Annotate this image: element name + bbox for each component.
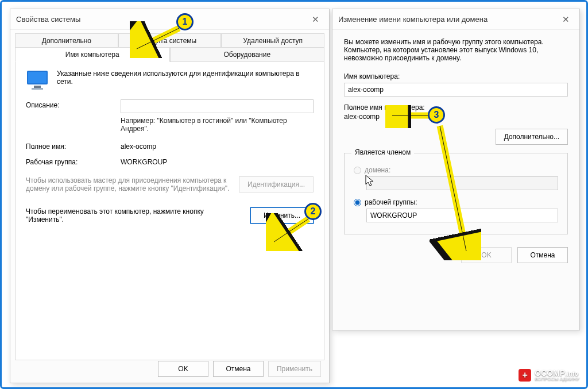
description-input[interactable] <box>121 99 314 113</box>
rename-text: Чтобы переименовать этот компьютер, нажм… <box>26 207 243 224</box>
tab-body: Указанные ниже сведения используются для… <box>15 61 324 360</box>
member-of-group: Является членом домена: рабочей группы: <box>344 153 568 234</box>
wizard-text: Чтобы использовать мастер для присоедине… <box>26 176 232 192</box>
tab-hardware[interactable]: Оборудование <box>170 47 325 62</box>
watermark-sub: ВОПРОСЫ АДМИНУ <box>535 377 579 382</box>
tab-advanced[interactable]: Дополнительно <box>15 33 118 48</box>
domain-radio <box>354 167 361 174</box>
domain-input <box>366 176 558 190</box>
description-label: Описание: <box>26 99 115 113</box>
tabs: Дополнительно Защита системы Удаленный д… <box>10 30 329 360</box>
workgroup-radio[interactable] <box>354 199 361 206</box>
dlg2-intro: Вы можете изменить имя и рабочую группу … <box>344 38 568 62</box>
intro-text: Указанные ниже сведения используются для… <box>57 70 314 86</box>
workgroup-input[interactable] <box>366 209 558 222</box>
svg-rect-1 <box>28 72 47 83</box>
identify-button: Идентификация... <box>239 176 314 192</box>
ok-button[interactable]: OK <box>158 361 208 377</box>
computer-name-input[interactable] <box>344 83 568 97</box>
monitor-icon <box>26 70 49 91</box>
dlg1-buttons: OK Отмена Применить <box>158 361 321 377</box>
fullname-label: Полное имя: <box>26 141 115 151</box>
cancel-button[interactable]: Отмена <box>517 247 568 263</box>
tab-protection[interactable]: Защита системы <box>118 33 222 48</box>
plus-icon: + <box>519 369 531 382</box>
tab-computer-name[interactable]: Имя компьютера <box>15 47 170 62</box>
svg-rect-2 <box>34 86 41 88</box>
watermark: + OCOMP.info ВОПРОСЫ АДМИНУ <box>519 369 579 382</box>
ok-button: OK <box>461 247 512 263</box>
fullname-label: Полное имя компьютера: <box>344 103 568 111</box>
svg-rect-3 <box>32 88 43 90</box>
tab-remote[interactable]: Удаленный доступ <box>221 33 324 48</box>
cancel-button[interactable]: Отмена <box>213 361 264 377</box>
description-example: Например: "Компьютер в гостиной" или "Ко… <box>121 117 314 133</box>
computer-name-label: Имя компьютера: <box>344 72 568 80</box>
member-of-label: Является членом <box>351 148 414 156</box>
change-name-dialog: Изменение имени компьютера или домена ✕ … <box>332 9 580 330</box>
dlg2-title: Изменение имени компьютера или домена <box>338 15 558 24</box>
workgroup-radio-label: рабочей группы: <box>365 198 417 206</box>
dlg1-title: Свойства системы <box>16 15 307 24</box>
more-button[interactable]: Дополнительно... <box>496 129 568 145</box>
change-button[interactable]: Изменить... <box>250 207 314 224</box>
dlg1-titlebar: Свойства системы ✕ <box>10 9 329 30</box>
workgroup-label: Рабочая группа: <box>26 156 115 166</box>
fullname-value: alex-ocomp <box>344 113 568 121</box>
domain-radio-label: домена: <box>365 166 390 174</box>
close-icon[interactable]: ✕ <box>558 11 574 28</box>
system-properties-dialog: Свойства системы ✕ Дополнительно Защита … <box>10 9 330 383</box>
close-icon[interactable]: ✕ <box>307 11 323 28</box>
workgroup-value: WORKGROUP <box>121 156 167 166</box>
dlg2-titlebar: Изменение имени компьютера или домена ✕ <box>332 9 579 30</box>
fullname-value: alex-ocomp <box>121 141 156 151</box>
apply-button: Применить <box>268 361 321 377</box>
